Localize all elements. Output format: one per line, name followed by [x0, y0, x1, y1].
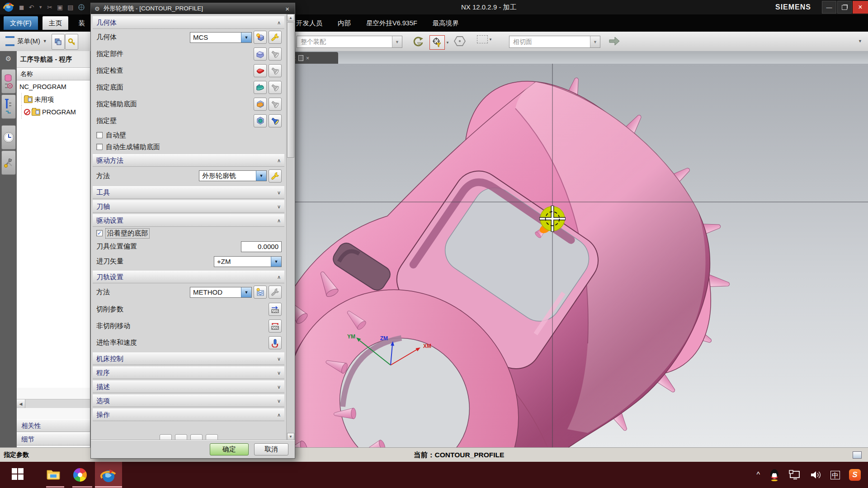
sidebar-history-button[interactable]	[1, 125, 16, 150]
dependencies-panel-header[interactable]: 相关性	[17, 419, 90, 432]
checkbox-icon[interactable]	[96, 144, 103, 150]
sidebar-tools-button[interactable]	[1, 150, 16, 175]
scope-dropdown-icon[interactable]: ▼	[392, 36, 402, 47]
section-machine-control[interactable]: 机床控制 ∨	[93, 352, 284, 365]
tab-file[interactable]: 文件(F)	[4, 16, 38, 30]
sphere-tool-icon[interactable]	[78, 4, 85, 11]
section-options[interactable]: 选项 ∨	[93, 394, 284, 407]
cancel-button[interactable]: 取消	[254, 443, 288, 455]
tab-plugin[interactable]: 星空外挂V6.935F	[366, 19, 417, 28]
section-actions[interactable]: 操作 ∧	[93, 408, 284, 421]
browser-button[interactable]	[73, 468, 87, 482]
undo-dropdown-icon[interactable]: ▼	[38, 1, 42, 13]
section-geometry[interactable]: 几何体 ∧	[93, 16, 284, 29]
part-tab-close-icon[interactable]: ×	[306, 55, 310, 61]
rectangle-select-button[interactable]: ▼	[477, 35, 492, 43]
generate-toolpath-button[interactable]	[160, 434, 172, 440]
restore-button[interactable]	[837, 1, 852, 14]
key-button[interactable]	[65, 34, 78, 50]
combo-arrow-icon[interactable]: ▼	[271, 257, 281, 267]
reset-filter-button[interactable]	[411, 35, 425, 49]
select-check-button[interactable]	[254, 64, 267, 77]
flashlight-active-button[interactable]	[269, 114, 282, 127]
select-part-button[interactable]	[254, 47, 267, 61]
nx-taskbar-button[interactable]	[100, 468, 117, 484]
scope-combobox[interactable]: 整个装配 ▼	[297, 36, 402, 48]
sidebar-operation-navigator-button[interactable]	[1, 94, 16, 119]
new-geometry-button[interactable]	[254, 31, 267, 44]
sidebar-geometry-navigator-button[interactable]	[1, 69, 16, 94]
undo-icon[interactable]: ↶	[29, 1, 34, 13]
combo-arrow-icon[interactable]: ▼	[256, 171, 266, 181]
paste-icon[interactable]: ▤	[67, 1, 73, 13]
tab-highest[interactable]: 最高境界	[433, 19, 459, 28]
checkbox-checked-icon[interactable]: ✓	[96, 230, 103, 236]
part-model[interactable]	[236, 64, 761, 447]
tab-internal[interactable]: 内部	[338, 19, 351, 28]
ime-indicator[interactable]: 中	[830, 471, 840, 479]
section-tool[interactable]: 工具 ∨	[93, 186, 284, 199]
section-tool-axis[interactable]: 刀轴 ∨	[93, 200, 284, 213]
checkbox-along-wall-bottom[interactable]: ✓ 沿着壁的底部	[93, 227, 284, 239]
feeds-speeds-button[interactable]	[269, 336, 282, 349]
select-floor-button[interactable]	[254, 81, 267, 94]
sogou-input-icon[interactable]: S	[849, 469, 861, 481]
section-path-settings[interactable]: 刀轨设置 ∧	[93, 271, 284, 283]
rect-select-dropdown-icon[interactable]: ▼	[489, 38, 492, 42]
filter-dropdown-icon[interactable]: ▼	[446, 41, 449, 45]
scroll-left-icon[interactable]: ◀	[17, 399, 25, 408]
snap-point-button[interactable]	[453, 35, 466, 47]
cutting-params-button[interactable]	[269, 303, 282, 316]
tool-offset-input[interactable]: 0.0000	[241, 241, 282, 252]
replay-toolpath-button[interactable]	[175, 434, 187, 440]
file-explorer-button[interactable]	[46, 468, 61, 481]
navigator-horizontal-scrollbar[interactable]: ◀	[17, 399, 90, 408]
close-button[interactable]: ×	[853, 1, 868, 14]
method-combobox[interactable]: METHOD ▼	[190, 287, 252, 298]
combo-arrow-icon[interactable]: ▼	[241, 287, 251, 297]
tree-row-unused[interactable]: 未用项	[17, 93, 90, 106]
menu-button[interactable]: 菜单(M) ▼	[5, 34, 47, 48]
checkbox-auto-gen-aux-floor[interactable]: 自动生成辅助底面	[93, 141, 284, 153]
combo-arrow-icon[interactable]: ▼	[241, 33, 251, 42]
ok-button[interactable]: 确定	[210, 443, 249, 455]
new-method-button[interactable]	[254, 286, 267, 299]
tab-developer[interactable]: 开发人员	[296, 19, 322, 28]
select-wall-button[interactable]	[254, 114, 267, 127]
section-description[interactable]: 描述 ∨	[93, 380, 284, 393]
cut-icon[interactable]: ✂	[47, 1, 52, 13]
non-cutting-moves-button[interactable]	[269, 319, 282, 333]
edit-geometry-button[interactable]	[269, 31, 282, 44]
geometry-combobox[interactable]: MCS ▼	[190, 32, 252, 43]
checkbox-icon[interactable]	[96, 132, 103, 138]
dialog-titlebar[interactable]: ⚙ 外形轮廓铣 - [CONTOUR_PROFILE] ×	[91, 3, 295, 14]
select-aux-floor-button[interactable]	[254, 98, 267, 111]
face-rule-combobox[interactable]: 相切面 ▼	[509, 36, 600, 48]
face-rule-dropdown-icon[interactable]: ▼	[590, 36, 600, 47]
tab-assembly[interactable]: 装	[76, 16, 88, 30]
verify-toolpath-button[interactable]	[190, 434, 203, 440]
scroll-up-icon[interactable]: ▲	[287, 14, 294, 21]
selection-filter-button[interactable]: ▼	[429, 35, 449, 50]
minimize-button[interactable]: —	[822, 1, 836, 14]
tray-chevron-icon[interactable]: ^	[756, 471, 760, 479]
navigator-name-column-header[interactable]: 名称	[17, 68, 90, 80]
resource-gear-icon[interactable]: ⚙	[5, 55, 13, 63]
display-network-icon[interactable]	[789, 470, 801, 480]
drive-method-combobox[interactable]: 外形轮廓铣 ▼	[199, 170, 267, 181]
copy-icon[interactable]: ▣	[57, 1, 63, 13]
section-program[interactable]: 程序 ∨	[93, 366, 284, 379]
tree-row-nc-program[interactable]: NC_PROGRAM	[17, 80, 90, 93]
ribbon-overflow-icon[interactable]: ▼	[858, 39, 862, 43]
list-toolpath-button[interactable]	[206, 434, 218, 440]
qq-icon[interactable]	[769, 469, 780, 481]
engage-vector-combobox[interactable]: +ZM ▼	[214, 256, 282, 267]
dialog-scrollbar[interactable]: ▲ ▼	[286, 14, 295, 440]
tree-row-program[interactable]: PROGRAM	[17, 106, 90, 118]
scroll-down-icon[interactable]: ▼	[287, 433, 294, 440]
checkbox-auto-wall[interactable]: 自动壁	[93, 129, 284, 141]
tab-home[interactable]: 主页	[42, 16, 68, 30]
go-button[interactable]	[608, 35, 621, 47]
status-window-icon[interactable]	[853, 451, 862, 459]
save-icon[interactable]: ◼	[19, 1, 24, 13]
